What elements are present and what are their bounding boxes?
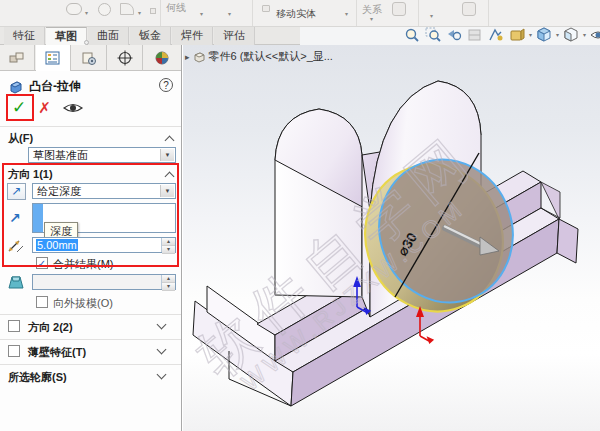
panel-tab-strip xyxy=(0,45,181,71)
spinner-down-icon: ▾ xyxy=(162,283,175,291)
construction-line-label: 何线 xyxy=(166,1,186,15)
collapse-chevron-icon[interactable] xyxy=(165,172,175,182)
from-group-header[interactable]: 从(F) xyxy=(8,131,189,146)
repair-sketch-icon[interactable] xyxy=(392,2,406,16)
zoom-to-area-icon[interactable] xyxy=(424,26,442,44)
direction1-header-label: 方向 1(1) xyxy=(8,168,53,180)
dropdown-arrow-icon[interactable]: ▾ xyxy=(228,10,231,17)
move-entities-icon[interactable] xyxy=(262,5,270,12)
tab-featuremanager-tree[interactable] xyxy=(0,45,35,71)
zoom-to-fit-icon[interactable] xyxy=(403,26,421,44)
appearances-icon[interactable] xyxy=(508,26,526,44)
expand-chevron-icon[interactable] xyxy=(157,370,167,380)
depth-icon xyxy=(6,238,26,254)
property-manager-panel: 凸台-拉伸 ? ✓ ✗ 从(F) 草图基准面 ▼ 方向 1(1) ↗ 给定深度 … xyxy=(0,45,182,431)
combo-dropdown-icon[interactable]: ▼ xyxy=(160,149,174,161)
end-condition-combobox[interactable]: 给定深度 ▼ xyxy=(32,183,176,199)
depth-value[interactable]: 5.00mm xyxy=(36,239,78,251)
direction1-header[interactable]: 方向 1(1) xyxy=(8,167,189,182)
tab-sketch[interactable]: 草图 xyxy=(46,27,87,45)
section-view-icon[interactable] xyxy=(466,26,484,44)
previous-view-icon[interactable] xyxy=(445,26,463,44)
view-settings-icon[interactable] xyxy=(487,26,505,44)
dropdown-arrow-icon[interactable]: ▾ xyxy=(529,31,532,38)
dropdown-arrow-icon[interactable]: ▾ xyxy=(583,31,586,38)
depth-spinbox[interactable]: 5.00mm ▴ ▾ xyxy=(32,237,176,253)
dropdown-arrow-icon[interactable]: ▾ xyxy=(430,12,433,19)
cancel-button[interactable]: ✗ xyxy=(38,99,51,117)
tab-surfaces[interactable]: 曲面 xyxy=(88,27,129,45)
tab-propertymanager[interactable] xyxy=(36,45,71,71)
draft-icon xyxy=(6,274,26,291)
draft-outward-label: 向外拔模(O) xyxy=(53,296,113,311)
selected-reference-highlight xyxy=(33,204,43,232)
collapse-chevron-icon[interactable] xyxy=(165,136,175,146)
draft-angle-spinbox-disabled: ▴▾ xyxy=(32,274,176,290)
tab-features[interactable]: 特征 xyxy=(4,27,45,45)
feature-title: 凸台-拉伸 xyxy=(29,78,81,95)
from-plane-value: 草图基准面 xyxy=(33,149,88,161)
spinner-buttons: ▴ ▾ xyxy=(161,238,175,252)
view-orientation-icon[interactable] xyxy=(535,26,553,44)
draft-outward-checkbox[interactable] xyxy=(36,296,48,308)
hide-show-items-icon[interactable] xyxy=(589,26,600,44)
confirm-row: ✓ ✗ xyxy=(12,97,193,118)
dropdown-arrow-icon[interactable]: ▾ xyxy=(138,9,141,16)
slot-sketch-icon[interactable] xyxy=(66,3,82,15)
base-right-end-face[interactable] xyxy=(557,219,578,263)
dropdown-arrow-icon[interactable]: ▾ xyxy=(370,15,373,22)
fillet-sketch-icon[interactable] xyxy=(120,3,134,15)
selected-contours-header-label[interactable]: 所选轮廓(S) xyxy=(8,370,67,385)
tab-configurationmanager[interactable] xyxy=(72,45,107,71)
from-header-label: 从(F) xyxy=(8,132,33,144)
dropdown-arrow-icon[interactable]: ▾ xyxy=(556,31,559,38)
move-entities-label[interactable]: 移动实体 xyxy=(276,7,316,21)
end-condition-value: 给定深度 xyxy=(37,185,81,197)
model-canvas[interactable]: ⌀30 软件自学网 WWW.RJZXW.COM xyxy=(183,45,600,431)
spinner-down-icon[interactable]: ▾ xyxy=(162,246,175,254)
expand-chevron-icon[interactable] xyxy=(157,320,167,330)
graphics-viewport[interactable]: ▸ 零件6 (默认<<默认>_显... xyxy=(183,45,600,431)
dropdown-arrow-icon[interactable]: ▾ xyxy=(200,10,203,17)
help-button[interactable]: ? xyxy=(159,78,173,92)
expand-chevron-icon[interactable] xyxy=(157,345,167,355)
headsup-view-toolbar: ▾ ▾ ▾ ▾ xyxy=(403,24,600,45)
direction2-checkbox[interactable] xyxy=(8,320,20,332)
direction2-header-label[interactable]: 方向 2(2) xyxy=(28,320,73,335)
solidworks-window: ▾ ▾ 何线 ▾ ▾ 移动实体 ▾ 关系 ▾ ▾ 特征 草图 曲面 钣金 焊件 … xyxy=(0,0,600,431)
from-plane-combobox[interactable]: 草图基准面 ▼ xyxy=(28,147,176,163)
merge-result-checkbox[interactable]: ✓ xyxy=(36,257,48,269)
thin-feature-checkbox[interactable] xyxy=(8,345,20,357)
ribbon-toolbar: ▾ ▾ 何线 ▾ ▾ 移动实体 ▾ 关系 ▾ ▾ xyxy=(0,0,600,27)
polygon-sketch-icon[interactable] xyxy=(98,3,111,16)
spinner-up-icon: ▴ xyxy=(162,275,175,283)
combo-dropdown-icon[interactable]: ▼ xyxy=(160,185,174,197)
preview-eye-icon[interactable] xyxy=(63,101,83,115)
tab-sheetmetal[interactable]: 钣金 xyxy=(130,27,171,45)
tab-dimxpertmanager[interactable] xyxy=(108,45,143,71)
spinner-up-icon[interactable]: ▴ xyxy=(162,238,175,246)
display-style-icon[interactable] xyxy=(562,26,580,44)
rapid-sketch-icon xyxy=(462,2,476,16)
direction-reference-icon: ↗ xyxy=(9,210,21,226)
ok-button[interactable]: ✓ xyxy=(12,97,26,118)
point-sketch-icon[interactable] xyxy=(150,8,156,14)
tab-evaluate[interactable]: 评估 xyxy=(214,27,255,45)
dropdown-arrow-icon[interactable]: ▾ xyxy=(345,10,348,17)
boss-extrude-icon xyxy=(8,79,24,94)
tab-weldments[interactable]: 焊件 xyxy=(172,27,213,45)
merge-result-label: 合并结果(M) xyxy=(53,257,114,272)
thin-feature-header-label[interactable]: 薄壁特征(T) xyxy=(28,345,86,360)
reverse-direction-button[interactable]: ↗ xyxy=(7,183,26,200)
dropdown-arrow-icon[interactable]: ▾ xyxy=(85,9,88,16)
tab-displaymanager[interactable] xyxy=(144,45,179,71)
